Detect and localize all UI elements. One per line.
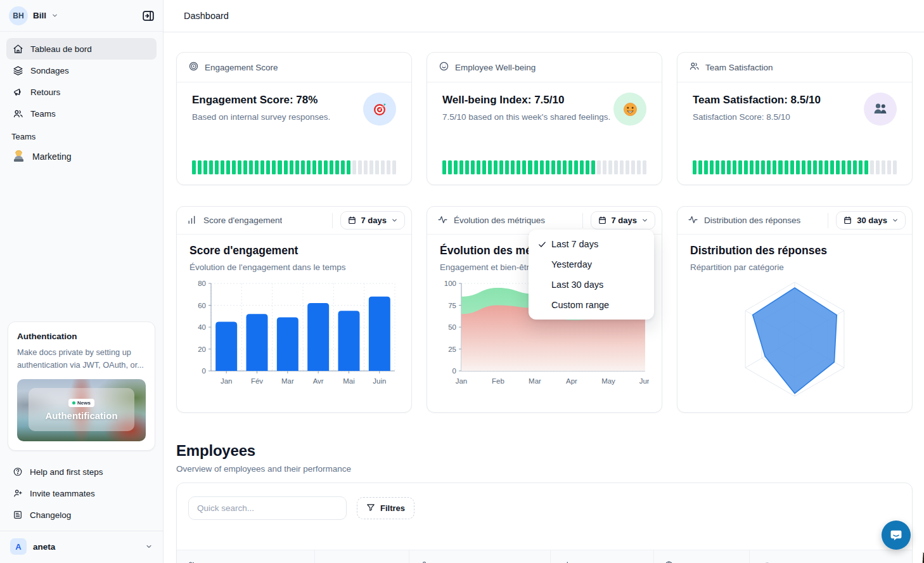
employees-section-header: Employees Overview of employees and thei… [176, 442, 913, 474]
chart-subtitle: Répartition par catégorie [690, 262, 899, 272]
progress-bar-segment [819, 160, 823, 174]
progress-bar-segment [243, 160, 247, 174]
sidebar-item-invite-teammates[interactable]: Invite teammates [6, 482, 157, 504]
svg-text:Feb: Feb [492, 377, 504, 385]
sidebar-item-changelog[interactable]: Changelog [6, 504, 157, 526]
progress-bar-segment [693, 160, 696, 174]
progress-bar-segment [586, 160, 589, 174]
svg-text:80: 80 [198, 280, 206, 287]
workspace-switcher[interactable]: BH Bill [0, 0, 163, 32]
column-header-user[interactable]: User [177, 550, 314, 563]
progress-bar-segment [715, 160, 719, 174]
progress-bar-segment [528, 160, 532, 174]
column-header-tasks[interactable]: Tasks [749, 550, 912, 563]
megaphone-icon [13, 87, 23, 98]
workspace-name[interactable]: Bill [33, 11, 46, 20]
progress-bar-segment [727, 160, 731, 174]
users-icon [13, 108, 23, 119]
svg-text:Mai: Mai [343, 377, 355, 385]
sidebar-item-tableau-de-bord[interactable]: Tableau de bord [6, 38, 157, 60]
progress-bar-segment [767, 160, 771, 174]
progress-bar-segment [698, 160, 702, 174]
workspace-avatar[interactable]: BH [9, 6, 28, 25]
chevron-down-icon[interactable] [145, 543, 153, 550]
progress-bar-segment [796, 160, 800, 174]
chart-card-header: Distribution des réponses30 days [677, 207, 912, 235]
menu-item-last-30-days[interactable]: Last 30 days [529, 275, 654, 295]
progress-bar-segment [387, 160, 390, 174]
column-header-participation[interactable]: Participation [550, 550, 653, 563]
progress-bar-segment [859, 160, 863, 174]
charts-row: Score d'engagement7 daysScore d'engageme… [176, 206, 913, 413]
progress-bar-segment [375, 160, 379, 174]
progress-bar-segment [825, 160, 828, 174]
range-label: 30 days [857, 216, 887, 225]
progress-bar-segment [643, 160, 646, 174]
progress-bar-segment [499, 160, 503, 174]
sidebar-item-sondages[interactable]: Sondages [6, 60, 157, 81]
filters-button[interactable]: Filtres [357, 497, 414, 519]
target-icon [188, 61, 199, 74]
news-badge: News [68, 399, 94, 407]
date-range-button[interactable]: 7 days [591, 211, 655, 230]
stat-card-header: Team Satisfaction [677, 53, 912, 82]
date-range-button[interactable]: 7 days [340, 211, 405, 230]
progress-bar-segment [597, 160, 601, 174]
progress-bar-segment [192, 160, 196, 174]
date-range-button[interactable]: 30 days [836, 211, 906, 230]
progress-bar-segment [603, 160, 606, 174]
progress-bar-segment [232, 160, 236, 174]
sidebar-item-label: Retours [30, 87, 60, 97]
column-header-performance[interactable]: Performance [653, 550, 749, 563]
sidebar-item-teams[interactable]: Teams [6, 103, 157, 124]
menu-item-custom-range[interactable]: Custom range [529, 295, 654, 315]
progress-bar-segment [733, 160, 736, 174]
sidebar-footer-nav: Help and first stepsInvite teammatesChan… [0, 457, 163, 526]
sidebar-collapse-icon[interactable] [141, 9, 155, 23]
calendar-icon [843, 216, 852, 225]
main-area: Dashboard Engagement ScoreEngagement Sco… [164, 0, 924, 563]
chart-header-label: Score d'engagement [203, 216, 282, 225]
column-header-team[interactable]: Team [314, 550, 409, 563]
progress-bar-segment [785, 160, 788, 174]
progress-bar-segment [335, 160, 339, 174]
chart-subtitle: Évolution de l'engagement dans le temps [189, 262, 399, 272]
chevron-down-icon[interactable] [51, 12, 58, 19]
search-input[interactable] [188, 496, 347, 520]
promo-image-title: Authentification [45, 410, 117, 421]
progress-bar-strip [427, 160, 662, 184]
progress-bar-segment [482, 160, 486, 174]
progress-bar-segment [352, 160, 356, 174]
chat-bubble[interactable] [882, 521, 911, 550]
sidebar-nav: Tableau de bordSondagesRetoursTeams [0, 32, 163, 124]
menu-item-yesterday[interactable]: Yesterday [529, 254, 654, 275]
sidebar-team-marketing[interactable]: Marketing [6, 145, 157, 168]
promo-card[interactable]: Authentication Make docs private by sett… [8, 321, 155, 451]
teams-list: Marketing [0, 144, 163, 168]
menu-item-last-7-days[interactable]: Last 7 days [529, 234, 654, 254]
stat-card-3: Team SatisfactionTeam Satisfaction: 8.5/… [677, 52, 913, 185]
column-header-position[interactable]: Position [409, 550, 550, 563]
svg-text:20: 20 [198, 346, 206, 353]
progress-bar-segment [307, 160, 311, 174]
progress-bar-segment [744, 160, 748, 174]
sidebar-item-label: Help and first steps [30, 467, 103, 477]
sidebar-item-help-and-first-steps[interactable]: Help and first steps [6, 461, 157, 482]
employees-title: Employees [176, 442, 913, 460]
promo-image[interactable]: News Authentification [17, 379, 146, 441]
stat-card-header-label: Team Satisfaction [705, 63, 773, 72]
teams-section-label: Teams [0, 124, 163, 144]
progress-bar-segment [505, 160, 509, 174]
progress-bar-segment [563, 160, 567, 174]
svg-text:Apr: Apr [566, 377, 577, 385]
progress-bar-segment [465, 160, 469, 174]
chevron-down-icon [391, 217, 398, 224]
svg-text:25: 25 [448, 346, 456, 353]
table-header-row: UserTeamPositionParticipationPerformance… [177, 550, 912, 563]
trend-up-icon [760, 560, 769, 563]
account-row[interactable]: A aneta [0, 531, 163, 563]
sidebar: BH Bill Tableau de bordSondagesRetoursTe… [0, 0, 164, 563]
sidebar-item-retours[interactable]: Retours [6, 81, 157, 103]
svg-text:50: 50 [448, 323, 456, 331]
progress-bar-segment [893, 160, 897, 174]
